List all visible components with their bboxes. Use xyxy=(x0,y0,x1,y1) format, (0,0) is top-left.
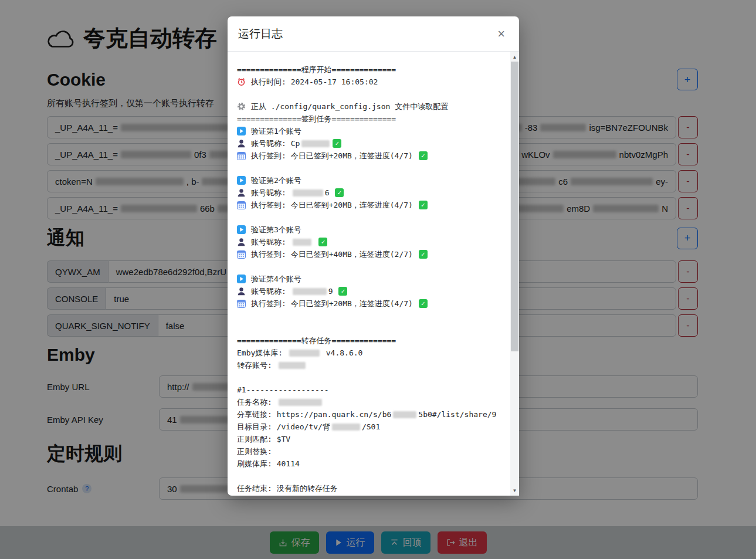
log-line: ==============程序开始============== xyxy=(237,63,519,76)
log-line: 正从 ./config/quark_config.json 文件中读取配置 xyxy=(237,100,519,113)
log-line: 刷媒体库: 40114 xyxy=(237,458,519,470)
text-fragment: 执行签到: 今日已签到+20MB，连签进度(4/7) xyxy=(251,299,418,309)
log-line: 执行时间: 2024-05-17 16:05:02 xyxy=(237,76,519,88)
text-fragment: 执行时间: 2024-05-17 16:05:02 xyxy=(251,77,378,87)
text-fragment: 分享链接: https://pan.quark.cn/s/b6 xyxy=(237,409,391,420)
log-line: 目标目录: /video/tv/背/S01 xyxy=(237,421,519,433)
log-content: ==============程序开始==============执行时间: 20… xyxy=(237,63,519,494)
redacted-text xyxy=(293,189,323,197)
text-fragment: 任务名称: xyxy=(237,397,277,408)
text-fragment: 正则匹配: $TV xyxy=(237,434,290,445)
text-fragment: 执行签到: 今日已签到+20MB，连签进度(4/7) xyxy=(251,151,418,161)
log-line: #1------------------ xyxy=(237,384,519,396)
user-icon xyxy=(237,287,246,296)
text-fragment: 执行签到: 今日已签到+20MB，连签进度(4/7) xyxy=(251,200,418,211)
scrollbar-thumb[interactable] xyxy=(511,62,518,351)
redacted-text xyxy=(332,424,360,431)
text-fragment: ==============程序开始============== xyxy=(237,65,396,75)
text-fragment: Emby媒体库: xyxy=(237,348,287,358)
user-icon xyxy=(237,139,246,148)
log-line xyxy=(237,211,519,223)
log-line: 账号昵称: 9 xyxy=(237,285,519,297)
text-fragment: 账号昵称: xyxy=(251,286,291,297)
text-fragment: 验证第4个账号 xyxy=(251,274,301,284)
run-log-modal: 运行日志 × ==============程序开始==============执… xyxy=(228,16,519,496)
text-fragment: v4.8.6.0 xyxy=(321,348,362,357)
text-fragment: 5b0#/list/share/9 xyxy=(418,410,496,419)
alarm-icon xyxy=(237,77,246,86)
log-line: 验证第3个账号 xyxy=(237,223,519,236)
log-line: ==============转存任务============== xyxy=(237,334,519,347)
redacted-text xyxy=(301,140,330,147)
text-fragment xyxy=(313,238,318,246)
log-line: 转存账号: xyxy=(237,359,519,371)
text-fragment: 转存账号: xyxy=(237,360,277,371)
text-fragment: 验证第2个账号 xyxy=(251,175,301,186)
redacted-text xyxy=(293,239,311,246)
log-line xyxy=(237,260,519,273)
text-fragment: 任务结束: 没有新的转存任务 xyxy=(237,483,338,494)
log-line xyxy=(237,310,519,322)
calendar-icon xyxy=(237,151,246,160)
text-fragment: 执行签到: 今日已签到+40MB，连签进度(2/7) xyxy=(251,249,418,260)
text-fragment: ==============签到任务============== xyxy=(237,114,396,124)
redacted-text xyxy=(393,411,416,418)
text-fragment: 正则替换: xyxy=(237,446,277,457)
text-fragment: 验证第3个账号 xyxy=(251,225,301,235)
check-icon xyxy=(419,201,428,209)
check-icon xyxy=(338,287,347,296)
calendar-icon xyxy=(237,250,246,259)
scrollbar[interactable] xyxy=(510,52,519,496)
check-icon xyxy=(419,151,428,160)
check-icon xyxy=(318,238,327,246)
text-fragment: 目标目录: /video/tv/背 xyxy=(237,422,330,432)
log-line xyxy=(237,88,519,100)
play-icon xyxy=(237,225,246,234)
check-icon xyxy=(333,139,341,148)
log-line: 账号昵称: xyxy=(237,236,519,248)
log-line: Emby媒体库: v4.8.6.0 xyxy=(237,347,519,359)
calendar-icon xyxy=(237,201,246,209)
text-fragment: #1------------------ xyxy=(237,385,329,394)
check-icon xyxy=(419,299,428,308)
log-line: 正则匹配: $TV xyxy=(237,433,519,445)
redacted-text xyxy=(293,288,327,295)
text-fragment: 9 xyxy=(328,287,338,296)
gear-icon xyxy=(237,102,246,111)
text-fragment: 账号昵称: Cp xyxy=(251,138,300,149)
user-icon xyxy=(237,238,246,246)
text-fragment: /S01 xyxy=(362,422,380,431)
text-fragment: 验证第1个账号 xyxy=(251,126,301,137)
log-line xyxy=(237,371,519,384)
log-line: 验证第2个账号 xyxy=(237,174,519,187)
modal-title: 运行日志 xyxy=(238,26,283,42)
play-icon xyxy=(237,275,246,283)
text-fragment: 刷媒体库: 40114 xyxy=(237,459,300,469)
redacted-text xyxy=(279,362,306,369)
close-icon[interactable]: × xyxy=(494,27,508,41)
text-fragment: ==============转存任务============== xyxy=(237,336,396,346)
log-line: 验证第1个账号 xyxy=(237,125,519,137)
text-fragment: 账号昵称: xyxy=(251,188,291,198)
log-line: 执行签到: 今日已签到+40MB，连签进度(2/7) xyxy=(237,248,519,260)
log-line: 分享链接: https://pan.quark.cn/s/b65b0#/list… xyxy=(237,408,519,421)
scroll-down-icon[interactable] xyxy=(510,486,519,495)
check-icon xyxy=(335,188,344,197)
log-line: 执行签到: 今日已签到+20MB，连签进度(4/7) xyxy=(237,297,519,310)
text-fragment: 账号昵称: xyxy=(251,237,291,248)
log-viewport: ==============程序开始==============执行时间: 20… xyxy=(228,52,519,496)
log-line: 正则替换: xyxy=(237,445,519,458)
log-line xyxy=(237,470,519,482)
text-fragment: 6 xyxy=(325,188,334,197)
play-icon xyxy=(237,127,246,135)
log-line xyxy=(237,322,519,334)
log-line: 账号昵称: 6 xyxy=(237,187,519,199)
text-fragment: 正从 ./config/quark_config.json 文件中读取配置 xyxy=(251,101,448,112)
play-icon xyxy=(237,176,246,185)
log-line xyxy=(237,162,519,174)
scroll-up-icon[interactable] xyxy=(510,52,519,62)
log-line: 任务结束: 没有新的转存任务 xyxy=(237,482,519,494)
log-line: 账号昵称: Cp xyxy=(237,137,519,150)
log-line: 任务名称: xyxy=(237,396,519,408)
modal-header: 运行日志 × xyxy=(228,16,519,52)
